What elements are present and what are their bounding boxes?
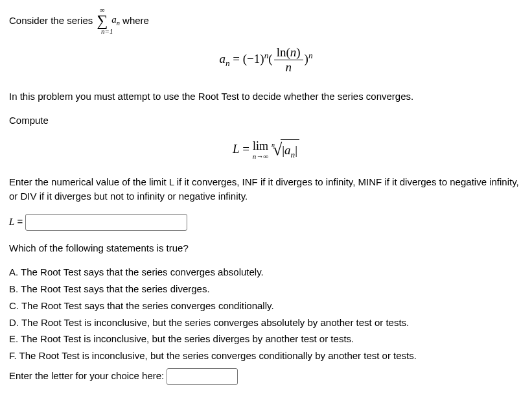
- option-a: A. The Root Test says that the series co…: [9, 265, 523, 279]
- option-c: C. The Root Test says that the series co…: [9, 299, 523, 313]
- series-sum: ∑ ∞ n=1: [95, 8, 109, 34]
- option-b: B. The Root Test says that the series di…: [9, 282, 523, 296]
- rhs-base: (−1): [243, 52, 264, 65]
- choice-prompt: Enter the letter for your choice here:: [9, 370, 167, 381]
- term: an: [111, 13, 120, 28]
- nth-root: n √ |an|: [272, 139, 299, 161]
- intro-prefix: Consider the series: [9, 14, 93, 28]
- prompt-root-test: In this problem you must attempt to use …: [9, 89, 523, 104]
- L-input-row: L =: [9, 214, 523, 231]
- choice-row: Enter the letter for your choice here:: [9, 368, 523, 385]
- intro-line: Consider the series ∑ ∞ n=1 an where: [9, 8, 523, 34]
- eq: =: [233, 52, 242, 65]
- sigma-icon: ∑ ∞ n=1: [97, 13, 108, 29]
- L-input[interactable]: [25, 214, 187, 231]
- an-lhs: an: [219, 52, 229, 65]
- term-var: a: [111, 14, 117, 25]
- lim-word: lim: [253, 140, 268, 152]
- options-list: A. The Root Test says that the series co…: [9, 265, 523, 363]
- option-e: E. The Root Test is inconclusive, but th…: [9, 332, 523, 346]
- term-sub: n: [117, 19, 120, 27]
- formula-an: an = (−1)n( ln(n) n )n: [9, 45, 523, 75]
- outer-exp: n: [308, 51, 313, 60]
- frac-den: n: [274, 60, 303, 75]
- formula-L: L = lim n→∞ n √ |an|: [9, 139, 523, 161]
- eq-sign: =: [14, 216, 25, 227]
- sum-bottom: n=1: [101, 28, 113, 35]
- frac-num: ln(n): [274, 45, 303, 60]
- intro-suffix: where: [122, 14, 149, 28]
- option-f: F. The Root Test is inconclusive, but th…: [9, 349, 523, 363]
- limit: lim n→∞: [253, 140, 268, 160]
- lim-sub: n→∞: [253, 153, 268, 160]
- fraction: ln(n) n: [274, 45, 303, 75]
- compute-label: Compute: [9, 113, 523, 128]
- choice-input[interactable]: [167, 368, 238, 385]
- mc-question: Which of the following statements is tru…: [9, 241, 523, 255]
- sum-top: ∞: [100, 6, 105, 14]
- root-body: |an|: [281, 139, 299, 161]
- option-d: D. The Root Test is inconclusive, but th…: [9, 316, 523, 330]
- instruction-text: Enter the numerical value of the limit L…: [9, 175, 523, 204]
- L-var: L: [233, 142, 240, 156]
